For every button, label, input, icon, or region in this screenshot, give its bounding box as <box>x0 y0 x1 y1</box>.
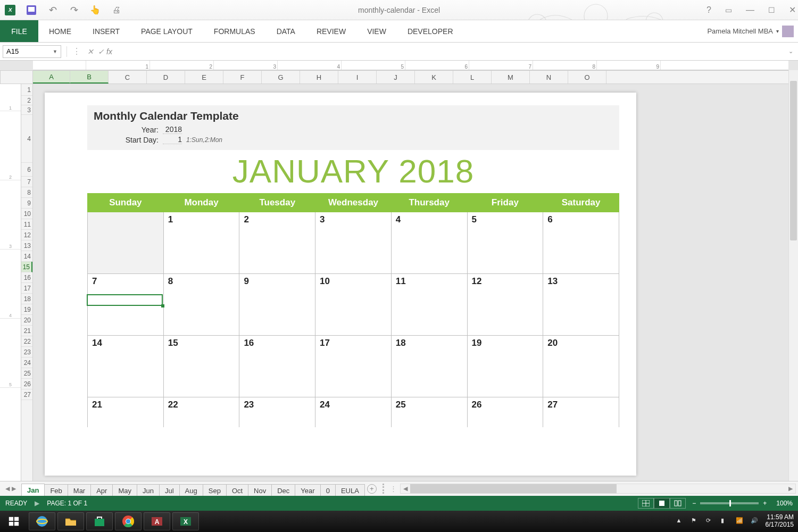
column-header-N[interactable]: N <box>530 71 568 84</box>
zoom-slider[interactable] <box>700 502 759 504</box>
zoom-slider-thumb[interactable] <box>729 500 731 506</box>
quick-print-icon[interactable]: 🖨 <box>111 4 122 16</box>
calendar-cell[interactable]: 10 <box>315 274 392 336</box>
column-header-D[interactable]: D <box>147 71 185 84</box>
sheet-tab-mar[interactable]: Mar <box>68 484 91 496</box>
row-header-21[interactable]: 21 <box>21 326 32 336</box>
column-header-A[interactable]: A <box>33 71 70 84</box>
horizontal-scrollbar-thumb[interactable] <box>410 484 617 493</box>
expand-formula-bar-icon[interactable]: ⌄ <box>785 48 796 55</box>
calendar-cell[interactable]: 1 <box>163 212 239 274</box>
calendar-cell[interactable]: 9 <box>239 274 315 336</box>
help-icon[interactable]: ? <box>706 5 711 15</box>
tab-view[interactable]: VIEW <box>356 20 397 42</box>
column-header-B[interactable]: B <box>70 71 109 84</box>
tab-insert[interactable]: INSERT <box>82 20 130 42</box>
row-header-24[interactable]: 24 <box>21 358 32 368</box>
row-header-12[interactable]: 12 <box>21 230 32 240</box>
name-box[interactable]: A15 ▼ <box>3 45 61 58</box>
cancel-formula-icon[interactable]: ✕ <box>85 47 96 56</box>
normal-view-button[interactable] <box>638 498 654 509</box>
calendar-cell[interactable]: 15 <box>163 336 239 397</box>
page-layout-view-button[interactable] <box>654 498 670 509</box>
calendar-cell[interactable] <box>88 212 164 274</box>
sheet-tab-feb[interactable]: Feb <box>44 484 68 496</box>
row-header-22[interactable]: 22 <box>21 336 32 347</box>
sheet-tab-jun[interactable]: Jun <box>137 484 160 496</box>
row-header-18[interactable]: 18 <box>21 294 32 304</box>
column-header-I[interactable]: I <box>338 71 377 84</box>
maximize-icon[interactable]: ☐ <box>768 6 775 14</box>
row-header-7[interactable]: 7 <box>21 177 32 187</box>
sheet-tab-nav[interactable]: ◀▶ <box>0 481 21 496</box>
tab-review[interactable]: REVIEW <box>306 20 356 42</box>
row-header-13[interactable]: 13 <box>21 240 32 251</box>
row-header-26[interactable]: 26 <box>21 379 32 389</box>
tab-home[interactable]: HOME <box>38 20 82 42</box>
tab-nav-right-icon[interactable]: ▶ <box>12 485 16 492</box>
tab-data[interactable]: DATA <box>266 20 306 42</box>
column-header-M[interactable]: M <box>492 71 530 84</box>
calendar-cell[interactable]: 27 <box>543 397 619 427</box>
fill-handle[interactable] <box>161 304 164 307</box>
tray-up-icon[interactable]: ▲ <box>676 517 685 526</box>
row-header-27[interactable]: 27 <box>21 389 32 400</box>
select-all-corner[interactable] <box>0 70 33 84</box>
tray-network-icon[interactable]: 📶 <box>736 517 744 526</box>
calendar-cell[interactable]: 21 <box>88 397 164 427</box>
row-header-25[interactable]: 25 <box>21 368 32 379</box>
redo-icon[interactable]: ↷ <box>68 4 80 16</box>
sheet-tab-jan[interactable]: Jan <box>21 484 45 496</box>
calendar-cell[interactable]: 2 <box>239 212 315 274</box>
sheet-tab-eula[interactable]: EULA <box>335 484 365 496</box>
calendar-cell[interactable]: 5 <box>467 212 543 274</box>
row-header-8[interactable]: 8 <box>21 187 32 198</box>
sheet-tab-oct[interactable]: Oct <box>226 484 248 496</box>
zoom-out-button[interactable]: − <box>692 500 696 507</box>
column-header-E[interactable]: E <box>185 71 223 84</box>
row-header-4[interactable]: 4 <box>21 115 32 163</box>
taskbar-app-excel[interactable]: X <box>172 512 199 530</box>
row-header-3[interactable]: 3 <box>21 105 32 115</box>
startday-value[interactable]: 1 <box>163 135 182 144</box>
macro-record-icon[interactable]: ▶ <box>35 500 39 507</box>
tab-split-handle[interactable] <box>383 484 387 494</box>
calendar-cell[interactable]: 11 <box>391 274 467 336</box>
save-icon[interactable] <box>26 4 37 16</box>
sheet-tab-may[interactable]: May <box>112 484 137 496</box>
calendar-cell[interactable]: 14 <box>88 336 164 397</box>
calendar-cell[interactable]: 23 <box>239 397 315 427</box>
tray-flag-icon[interactable]: ⚑ <box>691 517 700 526</box>
tab-formulas[interactable]: FORMULAS <box>203 20 266 42</box>
calendar-cell[interactable]: 18 <box>391 336 467 397</box>
calendar-cell[interactable]: 4 <box>391 212 467 274</box>
row-header-10[interactable]: 10 <box>21 209 32 219</box>
column-header-J[interactable]: J <box>377 71 415 84</box>
row-header-20[interactable]: 20 <box>21 315 32 326</box>
sheet-tab-sep[interactable]: Sep <box>203 484 227 496</box>
year-value[interactable]: 2018 <box>163 125 182 134</box>
tray-battery-icon[interactable]: ▮ <box>721 517 729 526</box>
calendar-cell[interactable]: 17 <box>315 336 392 397</box>
calendar-cell[interactable]: 25 <box>391 397 467 427</box>
calendar-cell[interactable]: 24 <box>315 397 392 427</box>
taskbar-app-ie[interactable] <box>29 512 55 530</box>
calendar-cell[interactable]: 22 <box>163 397 239 427</box>
minimize-icon[interactable]: — <box>746 5 754 15</box>
taskbar-app-explorer[interactable] <box>57 512 84 530</box>
row-header-19[interactable]: 19 <box>21 304 32 315</box>
hscroll-left-icon[interactable]: ◀ <box>401 485 410 492</box>
tab-nav-left-icon[interactable]: ◀ <box>5 485 10 492</box>
undo-icon[interactable]: ↶ <box>47 4 59 16</box>
column-header-O[interactable]: O <box>568 71 606 84</box>
calendar-cell[interactable]: 3 <box>315 212 392 274</box>
calendar-cell[interactable]: 6 <box>543 212 619 274</box>
row-header-11[interactable]: 11 <box>21 219 32 230</box>
calendar-cell[interactable]: 20 <box>543 336 619 397</box>
tray-volume-icon[interactable]: 🔊 <box>751 517 759 526</box>
row-header-15[interactable]: 15 <box>21 262 32 272</box>
taskbar-app-chrome[interactable] <box>115 512 142 530</box>
taskbar-app-store[interactable] <box>86 512 113 530</box>
zoom-in-button[interactable]: + <box>763 500 767 507</box>
column-header-L[interactable]: L <box>453 71 492 84</box>
